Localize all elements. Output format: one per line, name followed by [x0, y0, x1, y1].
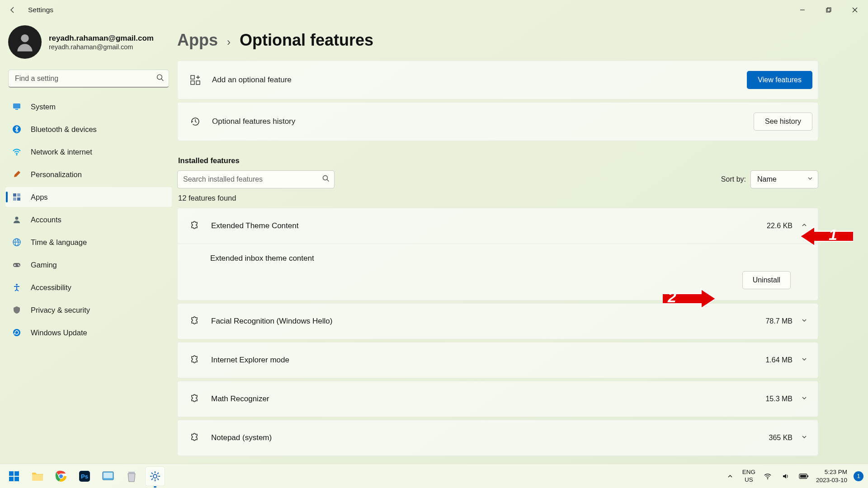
feature-size: 78.7 MB	[765, 317, 793, 325]
chevron-right-icon: ›	[227, 36, 231, 48]
view-features-button[interactable]: View features	[747, 71, 812, 89]
svg-rect-9	[15, 109, 18, 110]
filter-row: Sort by: Name	[177, 170, 818, 188]
svg-rect-34	[9, 471, 14, 476]
installed-title: Installed features	[178, 156, 818, 165]
nav: SystemBluetooth & devicesNetwork & inter…	[5, 97, 172, 343]
feature-header[interactable]: Facial Recognition (Windows Hello) 78.7 …	[178, 304, 818, 339]
history-icon	[189, 115, 202, 128]
sidebar-item-windows-update[interactable]: Windows Update	[5, 323, 172, 343]
battery-button[interactable]	[798, 470, 810, 482]
start-button[interactable]	[5, 467, 24, 486]
feature-actions: Uninstall	[178, 271, 818, 300]
sidebar-item-label: Accessibility	[31, 283, 71, 292]
installed-search	[177, 170, 335, 188]
svg-rect-46	[128, 472, 135, 474]
svg-point-23	[16, 284, 18, 286]
user-icon	[12, 215, 22, 225]
wifi-icon	[764, 472, 772, 480]
installed-search-input[interactable]	[177, 170, 335, 188]
close-button[interactable]	[842, 0, 868, 19]
svg-point-11	[16, 154, 18, 155]
wifi-button[interactable]	[762, 470, 774, 482]
sort-select[interactable]: Name	[750, 170, 818, 188]
system-tray: ENGUS 5:23 PM2023-03-10 1	[724, 468, 863, 484]
sidebar-item-label: Windows Update	[31, 328, 87, 337]
sidebar-item-time-language[interactable]: Time & language	[5, 232, 172, 252]
photoshop-icon: Ps	[78, 470, 91, 483]
search-input[interactable]	[8, 70, 169, 88]
svg-rect-1	[827, 8, 831, 11]
svg-point-24	[13, 329, 20, 336]
app-button-2[interactable]	[122, 467, 141, 486]
feature-header[interactable]: Math Recognizer 15.3 MB	[178, 381, 818, 417]
sidebar-item-gaming[interactable]: Gaming	[5, 255, 172, 275]
chrome-button[interactable]	[52, 467, 71, 486]
window-controls	[789, 0, 868, 19]
svg-point-48	[767, 478, 768, 479]
sidebar-item-label: Bluetooth & devices	[31, 125, 97, 134]
content: Apps › Optional features Add an optional…	[177, 20, 868, 464]
minimize-icon	[800, 7, 805, 13]
profile-text: reyadh.rahaman@gmail.com reyadh.rahaman@…	[49, 34, 154, 51]
feature-header[interactable]: Extended Theme Content 22.6 KB	[178, 208, 818, 244]
breadcrumb: Apps › Optional features	[177, 31, 818, 50]
sidebar-item-accessibility[interactable]: Accessibility	[5, 277, 172, 297]
sidebar-item-network-internet[interactable]: Network & internet	[5, 142, 172, 162]
titlebar: Settings	[0, 0, 868, 20]
app-button-1[interactable]	[99, 467, 118, 486]
apps-icon	[12, 192, 22, 202]
sidebar-item-accounts[interactable]: Accounts	[5, 210, 172, 230]
close-icon	[852, 7, 858, 13]
add-feature-label: Add an optional feature	[212, 75, 292, 84]
chevron-up-icon	[727, 473, 733, 479]
settings-button[interactable]	[146, 467, 165, 486]
svg-point-22	[19, 265, 19, 266]
svg-rect-50	[800, 475, 806, 478]
feature-item: Extended Theme Content 22.6 KB Extended …	[177, 208, 818, 300]
sidebar-item-apps[interactable]: Apps	[5, 187, 172, 207]
sidebar-item-bluetooth-devices[interactable]: Bluetooth & devices	[5, 119, 172, 139]
svg-rect-38	[32, 474, 43, 481]
sidebar-item-privacy-security[interactable]: Privacy & security	[5, 300, 172, 320]
photoshop-button[interactable]: Ps	[75, 467, 94, 486]
volume-button[interactable]	[780, 470, 792, 482]
battery-icon	[799, 473, 809, 479]
avatar	[8, 25, 42, 59]
sidebar-item-label: System	[31, 103, 56, 111]
minimize-button[interactable]	[789, 0, 816, 19]
language-indicator[interactable]: ENGUS	[742, 469, 755, 483]
feature-item: Internet Explorer mode 1.64 MB	[177, 342, 818, 378]
profile-block[interactable]: reyadh.rahaman@gmail.com reyadh.rahaman@…	[5, 24, 172, 65]
feature-item: Notepad (system) 365 KB	[177, 420, 818, 456]
svg-rect-14	[13, 197, 16, 201]
feature-header[interactable]: Internet Explorer mode 1.64 MB	[178, 343, 818, 378]
breadcrumb-parent[interactable]: Apps	[177, 31, 218, 50]
sidebar-item-system[interactable]: System	[5, 97, 172, 117]
access-icon	[12, 282, 22, 292]
see-history-button[interactable]: See history	[754, 113, 812, 131]
explorer-button[interactable]	[28, 467, 47, 486]
svg-point-16	[15, 217, 19, 220]
clock[interactable]: 5:23 PM2023-03-10	[816, 468, 847, 484]
feature-header[interactable]: Notepad (system) 365 KB	[178, 420, 818, 455]
notification-badge[interactable]: 1	[854, 471, 863, 481]
sort-value: Name	[757, 175, 777, 183]
add-feature-card[interactable]: Add an optional feature View features	[177, 61, 818, 99]
svg-rect-36	[9, 477, 14, 481]
history-card[interactable]: Optional features history See history	[177, 102, 818, 141]
back-button[interactable]	[6, 4, 19, 16]
shield-icon	[12, 305, 22, 315]
sidebar-item-personalization[interactable]: Personalization	[5, 164, 172, 184]
chevron-down-icon	[801, 394, 808, 404]
uninstall-button[interactable]: Uninstall	[742, 271, 791, 289]
volume-icon	[782, 472, 790, 480]
features-list: Extended Theme Content 22.6 KB Extended …	[177, 208, 818, 456]
tray-chevron-button[interactable]	[724, 470, 736, 482]
svg-point-5	[21, 34, 29, 42]
svg-rect-37	[14, 477, 19, 481]
svg-rect-15	[17, 197, 20, 201]
annotation-label: 2	[668, 288, 676, 306]
profile-email: reyadh.rahaman@gmail.com	[49, 43, 154, 51]
maximize-button[interactable]	[816, 0, 842, 19]
